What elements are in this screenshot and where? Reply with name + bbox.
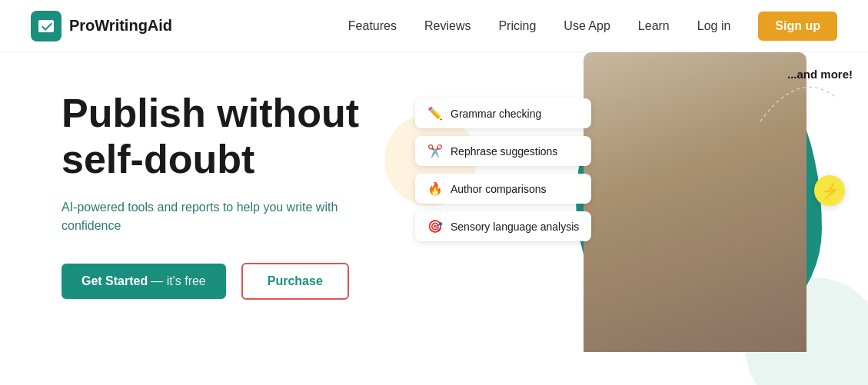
header: ProWritingAid Features Reviews Pricing U… [0,0,868,52]
nav-reviews[interactable]: Reviews [424,19,471,33]
logo-area[interactable]: ProWritingAid [31,11,172,41]
chip-author: 🔥 Author comparisons [415,174,591,204]
nav-login[interactable]: Log in [697,19,731,33]
nav-pricing[interactable]: Pricing [498,19,536,33]
get-started-button[interactable]: Get Started— it's free [62,264,226,299]
lightning-badge: ⚡ [814,175,845,206]
chip-grammar: ✏️ Grammar checking [415,98,591,128]
logo-icon [31,11,62,41]
nav-features[interactable]: Features [348,19,397,33]
and-more-text: ...and more! [787,68,853,81]
signup-button[interactable]: Sign up [758,12,837,41]
chip-grammar-icon: ✏️ [427,106,443,121]
chip-author-icon: 🔥 [427,181,443,196]
hero-section: Publish without self-doubt AI-powered to… [0,52,868,385]
purchase-button[interactable]: Purchase [241,263,349,300]
chip-rephrase-icon: ✂️ [427,144,443,158]
hero-buttons: Get Started— it's free Purchase [62,263,400,300]
chip-rephrase: ✂️ Rephrase suggestions [415,136,591,166]
feature-chips: ✏️ Grammar checking ✂️ Rephrase suggesti… [415,98,591,241]
chip-grammar-label: Grammar checking [451,108,541,120]
logo-text: ProWritingAid [69,17,172,35]
nav-learn[interactable]: Learn [638,19,670,33]
hero-left: Publish without self-doubt AI-powered to… [0,52,400,385]
chip-sensory: 🎯 Sensory language analysis [415,211,591,241]
main-nav: Features Reviews Pricing Use App Learn L… [348,12,837,41]
chip-sensory-label: Sensory language analysis [451,221,579,233]
hero-right: ...and more! ⚡ ✏️ Grammar checking ✂️ Re… [400,52,868,385]
chip-author-label: Author comparisons [451,183,547,195]
hero-subtitle: AI-powered tools and reports to help you… [62,198,354,235]
hero-title: Publish without self-doubt [62,91,400,183]
chip-sensory-icon: 🎯 [427,219,443,234]
logo-svg [37,17,55,35]
nav-use-app[interactable]: Use App [564,19,610,33]
chip-rephrase-label: Rephrase suggestions [451,145,557,158]
